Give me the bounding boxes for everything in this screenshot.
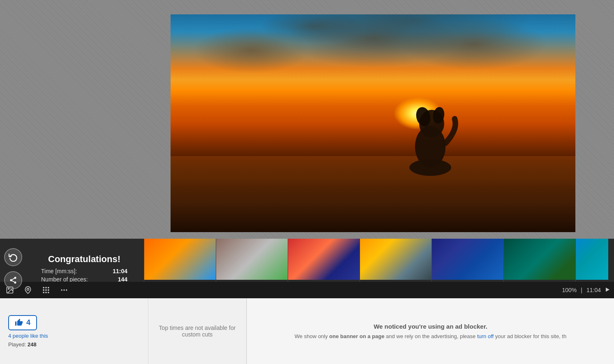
svg-point-6 bbox=[10, 279, 12, 281]
restart-button[interactable] bbox=[4, 248, 22, 266]
congrats-time-value: 11:04 bbox=[113, 268, 127, 274]
play-button[interactable] bbox=[605, 287, 610, 293]
thumb-image bbox=[360, 239, 432, 280]
svg-rect-14 bbox=[45, 287, 46, 288]
puzzle-area bbox=[171, 14, 575, 232]
svg-point-12 bbox=[27, 288, 29, 290]
location-tool-button[interactable] bbox=[22, 284, 34, 296]
thumb-image bbox=[216, 239, 288, 280]
svg-rect-15 bbox=[48, 287, 49, 288]
top-times-text: Top times are not available for custom c… bbox=[157, 325, 238, 338]
like-button[interactable]: 4 bbox=[8, 315, 37, 330]
svg-point-22 bbox=[61, 289, 62, 290]
status-bar-right: 100% | 11:04 bbox=[562, 287, 610, 293]
played-count: 248 bbox=[28, 341, 37, 348]
more-tool-button[interactable] bbox=[58, 284, 70, 296]
ad-bold-text: one banner on a page bbox=[329, 333, 384, 339]
svg-rect-13 bbox=[43, 287, 44, 288]
congrats-time-label: Time [mm:ss]: bbox=[41, 268, 77, 274]
played-text: Played: 248 bbox=[8, 341, 37, 348]
svg-rect-18 bbox=[48, 289, 49, 290]
ad-notice-text: We show only one banner on a page and we… bbox=[295, 333, 566, 339]
svg-line-9 bbox=[12, 278, 14, 279]
ad-turn-off-link[interactable]: turn off bbox=[477, 333, 494, 339]
svg-point-5 bbox=[14, 276, 16, 279]
svg-point-7 bbox=[14, 281, 16, 283]
beach-area bbox=[171, 156, 575, 233]
svg-rect-20 bbox=[45, 292, 46, 293]
zoom-level: 100% bbox=[562, 287, 577, 293]
congrats-title: Congratulations! bbox=[48, 254, 120, 265]
like-section: 4 4 people like this Played: 248 bbox=[0, 298, 148, 364]
svg-rect-19 bbox=[43, 292, 44, 293]
ad-notice-title: We noticed you're using an ad blocker. bbox=[374, 323, 487, 330]
svg-line-8 bbox=[12, 281, 14, 282]
like-count: 4 bbox=[26, 318, 30, 327]
svg-point-23 bbox=[63, 289, 65, 290]
elapsed-time: 11:04 bbox=[586, 287, 601, 293]
svg-rect-17 bbox=[45, 289, 46, 290]
svg-marker-25 bbox=[606, 288, 609, 292]
top-times-notice: Top times are not available for custom c… bbox=[148, 298, 247, 364]
congrats-time-row: Time [mm:ss]: 11:04 bbox=[33, 267, 136, 275]
puzzle-image bbox=[171, 14, 575, 232]
thumb-image bbox=[144, 239, 216, 280]
dog-silhouette bbox=[393, 88, 467, 178]
played-label: Played: bbox=[8, 341, 26, 348]
svg-rect-21 bbox=[48, 292, 49, 293]
grid-tool-button[interactable] bbox=[40, 284, 52, 296]
status-separator: | bbox=[581, 287, 582, 293]
clouds-overlay bbox=[171, 14, 575, 134]
thumb-image bbox=[576, 239, 608, 280]
svg-point-24 bbox=[66, 289, 67, 290]
ad-notice: We noticed you're using an ad blocker. W… bbox=[247, 298, 614, 364]
thumb-image bbox=[504, 239, 575, 280]
thumb-image bbox=[288, 239, 360, 280]
svg-rect-16 bbox=[43, 289, 44, 290]
like-people-text: 4 people like this bbox=[8, 333, 48, 339]
share-button[interactable] bbox=[4, 271, 22, 289]
bottom-info-bar: 4 4 people like this Played: 248 Top tim… bbox=[0, 298, 614, 364]
toolbar-row: 100% | 11:04 bbox=[0, 282, 614, 298]
thumb-image bbox=[432, 239, 503, 280]
